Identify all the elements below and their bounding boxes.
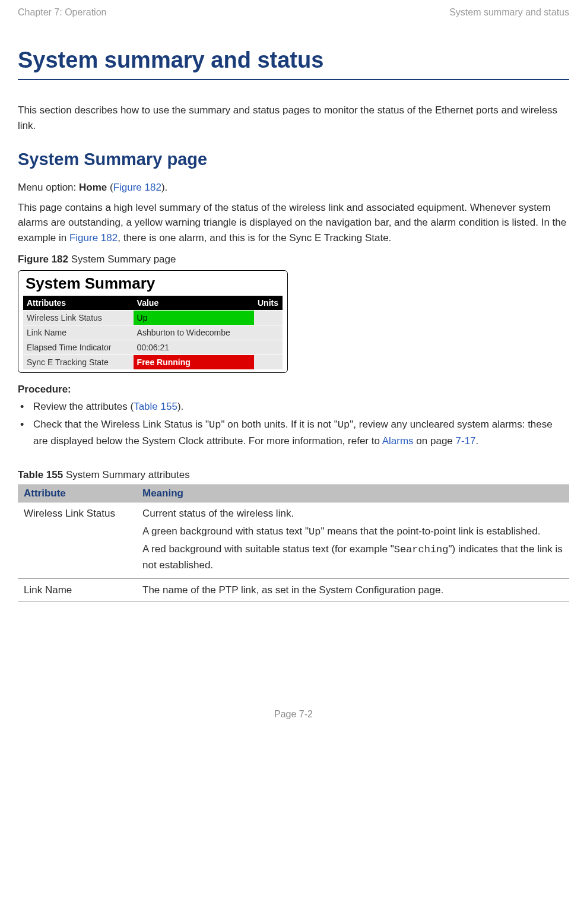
text: ). [161, 182, 167, 193]
mono-text: Up [309, 526, 321, 537]
text: A red background with suitable status te… [142, 542, 563, 572]
mono-text: Searching [394, 544, 449, 555]
mono-text: Up [338, 419, 350, 431]
system-summary-panel: System Summary Attributes Value Units Wi… [18, 270, 288, 373]
text: . [476, 435, 479, 447]
table-row: Wireless Link Status Current status of t… [18, 502, 569, 579]
summary-panel-title: System Summary [23, 274, 283, 293]
text: A red background with suitable status te… [142, 543, 394, 555]
alarms-link[interactable]: Alarms [382, 435, 414, 447]
table-ref-link[interactable]: Table 155 [134, 401, 177, 412]
text: A green background with status text "Up"… [142, 524, 563, 540]
figure-title: System Summary page [68, 254, 176, 265]
table-title: System Summary attributes [63, 469, 190, 480]
text: Check that the Wireless Link Status is " [33, 419, 209, 430]
cell-units [254, 340, 283, 355]
cell-value: Free Running [134, 355, 254, 369]
text: Current status of the wireless link. [142, 506, 563, 521]
cell-units [254, 311, 283, 325]
intro-paragraph: This section describes how to use the su… [18, 103, 569, 133]
text: Review the attributes ( [33, 401, 134, 412]
procedure-heading: Procedure: [18, 384, 569, 395]
text: " on both units. If it is not " [221, 419, 338, 430]
cell-attr: Elapsed Time Indicator [23, 340, 134, 355]
text: ). [177, 401, 183, 412]
table-row: Wireless Link Status Up [23, 311, 283, 325]
table-row: Link Name Ashburton to Widecombe [23, 325, 283, 340]
text: A green background with status text " [142, 526, 309, 537]
cell-units [254, 355, 283, 369]
cell-attr: Link Name [23, 325, 134, 340]
chapter-label: Chapter 7: Operation [18, 7, 106, 18]
figure-ref-link[interactable]: Figure 182 [69, 232, 118, 243]
table-row: Link Name The name of the PTP link, as s… [18, 579, 569, 602]
section-heading: System Summary page [18, 150, 569, 169]
mono-text: Up [209, 419, 221, 431]
col-header-attributes: Attributes [23, 296, 134, 310]
text: , there is one alarm, and this is for th… [118, 232, 391, 243]
figure-number: Figure 182 [18, 254, 68, 265]
description-paragraph: This page contains a high level summary … [18, 200, 569, 246]
cell-attribute: Link Name [18, 579, 137, 602]
list-item: Check that the Wireless Link Status is "… [18, 417, 569, 449]
text: ( [107, 182, 113, 193]
text: Menu option: [18, 182, 79, 193]
cell-meaning: The name of the PTP link, as set in the … [137, 579, 569, 602]
section-label: System summary and status [449, 7, 569, 18]
page-header: Chapter 7: Operation System summary and … [18, 7, 569, 18]
table-row: Sync E Tracking State Free Running [23, 355, 283, 369]
cell-value: Ashburton to Widecombe [134, 325, 254, 340]
figure-caption: Figure 182 System Summary page [18, 254, 569, 265]
text: " means that the point-to-point link is … [321, 526, 541, 537]
attributes-table: Attribute Meaning Wireless Link Status C… [18, 485, 569, 602]
col-header-value: Value [134, 296, 254, 310]
cell-value: Up [134, 311, 254, 325]
table-number: Table 155 [18, 469, 63, 480]
menu-home-bold: Home [79, 182, 107, 193]
page-footer: Page 7-2 [18, 709, 569, 720]
cell-meaning: Current status of the wireless link. A g… [137, 502, 569, 579]
cell-attr: Sync E Tracking State [23, 355, 134, 369]
page-title: System summary and status [18, 48, 569, 80]
cell-units [254, 325, 283, 340]
col-header-attribute: Attribute [18, 485, 137, 502]
text: on page [414, 435, 456, 447]
procedure-list: Review the attributes (Table 155). Check… [18, 399, 569, 449]
list-item: Review the attributes (Table 155). [18, 399, 569, 414]
figure-ref-link[interactable]: Figure 182 [113, 182, 161, 193]
page-ref-link[interactable]: 7-17 [456, 435, 476, 447]
table-caption: Table 155 System Summary attributes [18, 469, 569, 481]
cell-attr: Wireless Link Status [23, 311, 134, 325]
cell-attribute: Wireless Link Status [18, 502, 137, 579]
summary-table: Attributes Value Units Wireless Link Sta… [23, 295, 283, 370]
menu-option-line: Menu option: Home (Figure 182). [18, 180, 569, 195]
cell-value: 00:06:21 [134, 340, 254, 355]
col-header-units: Units [254, 296, 283, 310]
table-row: Elapsed Time Indicator 00:06:21 [23, 340, 283, 355]
col-header-meaning: Meaning [137, 485, 569, 502]
